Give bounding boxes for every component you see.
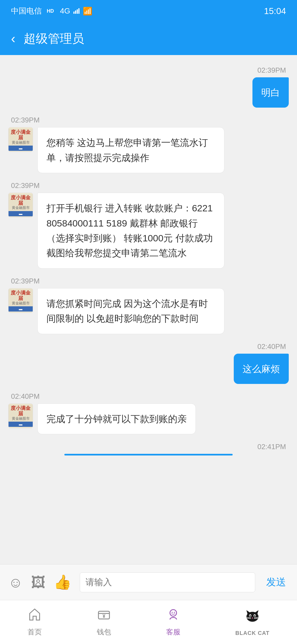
wifi-icon: 📶 [83,7,92,16]
back-button[interactable]: ‹ [11,32,15,45]
nav-label-service: 客服 [166,627,180,637]
nav-item-service[interactable]: 客服 [166,607,180,637]
bottom-nav: 首页 ¥ 钱包 [0,600,297,644]
nav-label-blackcat: BLACK CAT [235,630,270,636]
chat-area: 02:39PM 明白 02:39PM 度小满金届 黄金融股市 ▬ 您稍等 这边马… [0,55,297,564]
svg-point-2 [170,610,177,616]
message-row-left-3: 度小满金届 黄金融股市 ▬ 打开手机银行 进入转账 收款账户：622180584… [8,193,289,269]
message-row-left-6: 度小满金届 黄金融股市 ▬ 完成了十分钟就可以下款到账的亲 [8,403,289,434]
nav-item-wallet[interactable]: ¥ 钱包 [97,607,111,637]
wallet-icon: ¥ [97,607,111,625]
hd-badge: HD [45,8,56,15]
status-bar: 中国电信 HD 4G 📶 15:04 [0,0,297,22]
svg-point-10 [250,615,251,617]
timestamp-last: 02:41PM [8,443,289,451]
timestamp-msg2: 02:39PM [8,116,289,124]
signal-icon [73,8,79,14]
timestamp-msg5: 02:40PM [8,342,289,351]
bottom-nav-wrapper: 首页 ¥ 钱包 [0,600,297,644]
nav-label-home: 首页 [28,627,42,637]
nav-label-wallet: 钱包 [97,627,111,637]
bubble-left-4: 请您抓紧时间完成 因为这个流水是有时间限制的 以免超时影响您的下款时间 [37,288,224,334]
bubble-right-5: 这么麻烦 [234,354,289,384]
carrier-label: 中国电信 [11,6,42,16]
timestamp-msg3: 02:39PM [8,181,289,190]
service-icon [166,607,180,625]
message-row-right-5: 这么麻烦 [8,354,289,384]
like-button[interactable]: 👍 [54,574,72,591]
bubble-left-6: 完成了十分钟就可以下款到账的亲 [37,403,196,434]
message-row-left-4: 度小满金届 黄金融股市 ▬ 请您抓紧时间完成 因为这个流水是有时间限制的 以免超… [8,288,289,334]
svg-point-4 [174,612,175,613]
emoji-button[interactable]: ☺ [8,574,23,591]
avatar-4: 度小满金届 黄金融股市 ▬ [8,288,33,313]
network-label: 4G [60,7,70,15]
home-icon [28,607,42,625]
avatar-3: 度小满金届 黄金融股市 ▬ [8,193,33,217]
timestamp-msg4: 02:39PM [8,277,289,285]
svg-point-3 [172,612,173,613]
timestamp-msg6: 02:40PM [8,392,289,401]
status-time: 15:04 [264,6,286,16]
bubble-left-3: 打开手机银行 进入转账 收款账户：622180584000111 5189 戴群… [37,193,224,269]
image-button[interactable]: 🖼 [31,574,45,591]
message-row-left-2: 度小满金届 黄金融股市 ▬ 您稍等 这边马上帮您申请第一笔流水订单，请按照提示完… [8,127,289,173]
bubble-left-2: 您稍等 这边马上帮您申请第一笔流水订单，请按照提示完成操作 [37,127,224,173]
message-input[interactable] [80,572,255,592]
timestamp-msg1: 02:39PM [8,66,289,75]
bubble-right-1: 明白 [252,77,289,108]
page-title: 超级管理员 [24,31,84,47]
status-left: 中国电信 HD 4G 📶 [11,6,92,16]
svg-text:¥: ¥ [103,613,105,619]
svg-point-11 [254,615,255,617]
send-button[interactable]: 发送 [263,575,289,589]
avatar-2: 度小满金届 黄金融股市 ▬ [8,127,33,152]
scroll-indicator [64,454,233,455]
nav-item-home[interactable]: 首页 [28,607,42,637]
blackcat-icon [243,608,262,628]
nav-item-blackcat[interactable]: BLACK CAT [235,608,270,636]
avatar-6: 度小满金届 黄金融股市 ▬ [8,403,33,428]
input-bar: ☺ 🖼 👍 发送 [0,564,297,600]
message-row-right-1: 明白 [8,77,289,108]
top-bar: ‹ 超级管理员 [0,22,297,55]
